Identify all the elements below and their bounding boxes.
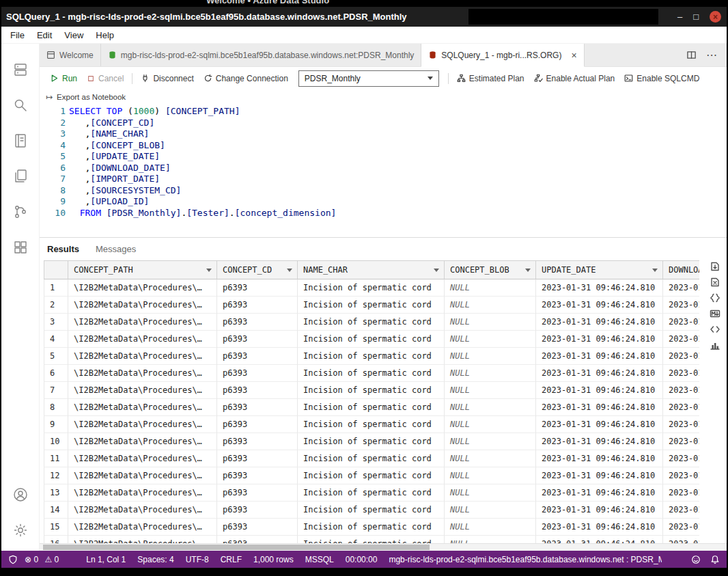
table-cell[interactable]: \I2B2MetaData\Procedures\…	[68, 467, 217, 484]
table-row[interactable]: 11\I2B2MetaData\Procedures\…p6393Incisio…	[44, 450, 699, 467]
table-cell[interactable]: Incision of spermatic cord	[298, 348, 445, 365]
table-cell[interactable]: 2023-01-31 09:46:24.810	[663, 519, 699, 536]
table-cell[interactable]: 2023-01-31 09:46:24.810	[663, 450, 699, 467]
table-cell[interactable]: NULL	[445, 536, 536, 543]
row-count[interactable]: 1,000 rows	[253, 555, 294, 564]
table-cell[interactable]: 2023-01-31 09:46:24.810	[536, 331, 663, 348]
row-number[interactable]: 14	[44, 502, 68, 519]
table-cell[interactable]: \I2B2MetaData\Procedures\…	[68, 331, 217, 348]
table-cell[interactable]: 2023-01-31 09:46:24.810	[663, 331, 699, 348]
encoding[interactable]: UTF-8	[186, 555, 209, 564]
table-cell[interactable]: 2023-01-31 09:46:24.810	[536, 519, 663, 536]
activity-item-source-control[interactable]	[1, 194, 40, 230]
activity-item-explorer[interactable]	[1, 159, 40, 194]
row-number[interactable]: 8	[44, 399, 68, 416]
table-cell[interactable]: NULL	[445, 279, 536, 297]
chart-icon[interactable]	[710, 340, 720, 351]
cancel-button[interactable]: Cancel	[82, 70, 128, 87]
table-cell[interactable]: \I2B2MetaData\Procedures\…	[68, 382, 217, 399]
table-cell[interactable]: Incision of spermatic cord	[298, 399, 445, 416]
table-cell[interactable]: Incision of spermatic cord	[298, 297, 445, 314]
table-cell[interactable]: 2023-01-31 09:46:24.810	[663, 467, 699, 484]
table-cell[interactable]: 2023-01-31 09:46:24.810	[663, 399, 699, 416]
split-editor-icon[interactable]	[686, 50, 697, 60]
table-cell[interactable]: NULL	[445, 331, 536, 348]
table-cell[interactable]: \I2B2MetaData\Procedures\…	[68, 348, 217, 365]
activity-item-notebooks[interactable]	[1, 123, 40, 159]
table-cell[interactable]: \I2B2MetaData\Procedures\…	[68, 314, 217, 331]
row-number[interactable]: 2	[44, 297, 68, 314]
enable-sqlcmd-button[interactable]: Enable SQLCMD	[619, 70, 704, 87]
column-filter-chevron-icon[interactable]	[206, 269, 212, 272]
code-line[interactable]: ,[CONCEPT_BLOB]	[69, 140, 336, 152]
table-cell[interactable]: 2023-01-31 09:46:24.810	[663, 314, 699, 331]
table-cell[interactable]: 2023-01-31 09:46:24.810	[663, 279, 699, 297]
scrollbar-thumb[interactable]	[43, 545, 430, 550]
table-row[interactable]: 13\I2B2MetaData\Procedures\…p6393Incisio…	[44, 484, 699, 502]
table-row[interactable]: 8\I2B2MetaData\Procedures\…p6393Incision…	[44, 399, 699, 416]
table-cell[interactable]: 2023-01-31 09:46:24.810	[536, 279, 663, 297]
table-cell[interactable]: p6393	[217, 519, 298, 536]
table-cell[interactable]: Incision of spermatic cord	[298, 502, 445, 519]
table-cell[interactable]: 2023-01-31 09:46:24.810	[536, 502, 663, 519]
bell-icon[interactable]	[710, 555, 720, 564]
table-cell[interactable]: p6393	[217, 433, 298, 450]
table-cell[interactable]: NULL	[445, 433, 536, 450]
table-cell[interactable]: 2023-01-31 09:46:24.810	[536, 348, 663, 365]
table-cell[interactable]: p6393	[217, 297, 298, 314]
table-row[interactable]: 6\I2B2MetaData\Procedures\…p6393Incision…	[44, 365, 699, 382]
maximize-button[interactable]: □	[693, 12, 699, 21]
table-cell[interactable]: p6393	[217, 536, 298, 543]
export-as-notebook-button[interactable]: Export as Notebook	[57, 93, 126, 101]
column-filter-chevron-icon[interactable]	[652, 269, 658, 272]
table-cell[interactable]: Incision of spermatic cord	[298, 365, 445, 382]
table-cell[interactable]: 2023-01-31 09:46:24.810	[663, 416, 699, 433]
table-cell[interactable]: Incision of spermatic cord	[298, 314, 445, 331]
tab-sqlquery[interactable]: SQLQuery_1 - mgb-ri...RS.ORG) ×	[421, 44, 584, 67]
shield-icon[interactable]	[8, 555, 18, 564]
table-cell[interactable]: 2023-01-31 09:46:24.810	[536, 536, 663, 543]
editor-code[interactable]: SELECT TOP (1000) [CONCEPT_PATH] ,[CONCE…	[66, 106, 336, 237]
table-cell[interactable]: p6393	[217, 331, 298, 348]
indentation[interactable]: Spaces: 4	[137, 555, 173, 564]
change-connection-button[interactable]: Change Connection	[199, 70, 293, 87]
tab-results[interactable]: Results	[47, 244, 79, 254]
table-cell[interactable]: NULL	[445, 399, 536, 416]
table-cell[interactable]: NULL	[445, 484, 536, 502]
table-cell[interactable]: NULL	[445, 502, 536, 519]
table-cell[interactable]: NULL	[445, 297, 536, 314]
table-cell[interactable]: 2023-01-31 09:46:24.810	[663, 502, 699, 519]
table-row[interactable]: 14\I2B2MetaData\Procedures\…p6393Incisio…	[44, 502, 699, 519]
table-cell[interactable]: p6393	[217, 484, 298, 502]
save-markdown-icon[interactable]	[710, 308, 720, 319]
save-xml-icon[interactable]	[710, 324, 720, 335]
row-number[interactable]: 10	[44, 433, 68, 450]
table-cell[interactable]: 2023-01-31 09:46:24.810	[663, 484, 699, 502]
grid-header-concept_cd[interactable]: CONCEPT_CD	[217, 260, 298, 279]
column-filter-chevron-icon[interactable]	[287, 269, 292, 272]
table-cell[interactable]: Incision of spermatic cord	[298, 433, 445, 450]
save-csv-icon[interactable]	[710, 261, 720, 272]
grid-header-update_date[interactable]: UPDATE_DATE	[536, 260, 663, 279]
code-line[interactable]: ,[UPLOAD_ID]	[69, 196, 336, 208]
cursor-position[interactable]: Ln 1, Col 1	[86, 555, 126, 564]
table-cell[interactable]: p6393	[217, 279, 298, 297]
close-tab-icon[interactable]: ×	[571, 50, 576, 61]
table-cell[interactable]: p6393	[217, 348, 298, 365]
table-cell[interactable]: NULL	[445, 519, 536, 536]
table-cell[interactable]: Incision of spermatic cord	[298, 450, 445, 467]
table-cell[interactable]: Incision of spermatic cord	[298, 519, 445, 536]
table-cell[interactable]: p6393	[217, 314, 298, 331]
table-cell[interactable]: \I2B2MetaData\Procedures\…	[68, 365, 217, 382]
table-cell[interactable]: NULL	[445, 467, 536, 484]
table-cell[interactable]: \I2B2MetaData\Procedures\…	[68, 519, 217, 536]
code-line[interactable]: ,[SOURCESYSTEM_CD]	[69, 185, 336, 197]
connection-info[interactable]: mgb-risc-lds-prod-e2-sqlmi.bce5b1eaf95b.…	[389, 555, 662, 564]
more-actions-button[interactable]: ⋯	[706, 50, 717, 61]
table-cell[interactable]: \I2B2MetaData\Procedures\…	[68, 416, 217, 433]
settings-button[interactable]	[1, 512, 40, 548]
table-cell[interactable]: p6393	[217, 450, 298, 467]
table-cell[interactable]: 2023-01-31 09:46:24.810	[536, 297, 663, 314]
table-cell[interactable]: p6393	[217, 416, 298, 433]
code-line[interactable]: FROM [PDSR_Monthly].[Tester].[concept_di…	[69, 208, 336, 219]
